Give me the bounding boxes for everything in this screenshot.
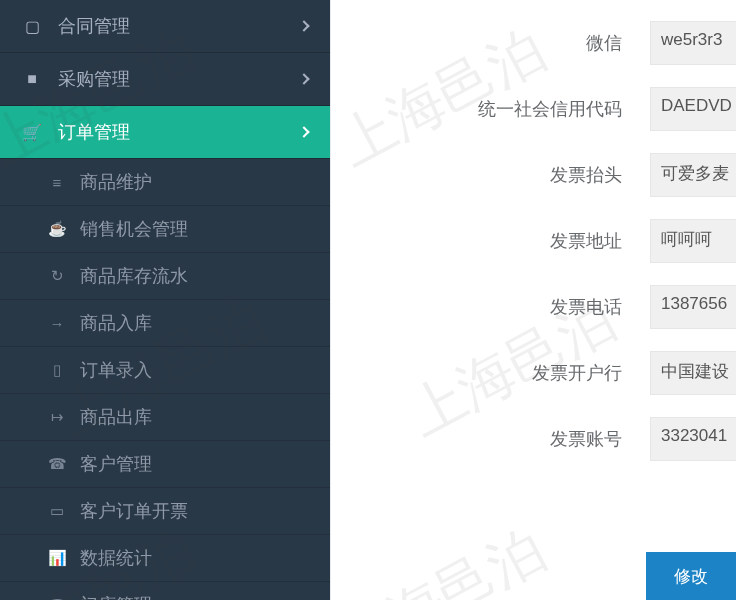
chart-icon: 📊 [46, 549, 68, 567]
form-footer: 修改 [646, 552, 736, 600]
sidebar-sub-sales-opportunity[interactable]: ☕ 销售机会管理 [0, 206, 330, 253]
sidebar-sub-product-out[interactable]: ↦ 商品出库 [0, 394, 330, 441]
sidebar-item-label: 合同管理 [58, 14, 130, 38]
form-area: 微信 we5r3r3 统一社会信用代码 DAEDVD 发票抬头 可爱多麦 发票地… [331, 0, 736, 472]
document-icon: ▢ [22, 17, 42, 36]
sidebar-sub-statistics[interactable]: 📊 数据统计 [0, 535, 330, 582]
phone-icon: ☎ [46, 455, 68, 473]
box-icon: ■ [22, 70, 42, 88]
sidebar-sub-customer-manage[interactable]: ☎ 客户管理 [0, 441, 330, 488]
sidebar-item-label: 数据统计 [80, 546, 152, 570]
input-invoice-title[interactable]: 可爱多麦 [650, 153, 736, 197]
sidebar-item-purchase[interactable]: ■ 采购管理 [0, 53, 330, 106]
sidebar-item-label: 门店管理 [80, 593, 152, 600]
sidebar-sub-product-maintain[interactable]: ≡ 商品维护 [0, 159, 330, 206]
cup-icon: ☕ [46, 220, 68, 238]
label-wechat: 微信 [331, 31, 650, 55]
input-invoice-bank[interactable]: 中国建设 [650, 351, 736, 395]
input-invoice-phone[interactable]: 1387656 [650, 285, 736, 329]
sidebar-sub-customer-invoice[interactable]: ▭ 客户订单开票 [0, 488, 330, 535]
store-icon: ☎ [46, 596, 68, 600]
main-content: 微信 we5r3r3 统一社会信用代码 DAEDVD 发票抬头 可爱多麦 发票地… [330, 0, 736, 600]
sidebar-item-order[interactable]: 🛒 订单管理 [0, 106, 330, 159]
sidebar-item-label: 商品出库 [80, 405, 152, 429]
input-invoice-account[interactable]: 3323041 [650, 417, 736, 461]
arrow-out-icon: ↦ [46, 408, 68, 426]
refresh-icon: ↻ [46, 267, 68, 285]
arrow-in-icon: → [46, 315, 68, 332]
input-invoice-address[interactable]: 呵呵呵 [650, 219, 736, 263]
sidebar-item-label: 销售机会管理 [80, 217, 188, 241]
sidebar-sub-product-in[interactable]: → 商品入库 [0, 300, 330, 347]
sidebar-sub-order-entry[interactable]: ▯ 订单录入 [0, 347, 330, 394]
label-invoice-bank: 发票开户行 [331, 361, 650, 385]
label-credit-code: 统一社会信用代码 [331, 97, 650, 121]
sidebar: ▢ 合同管理 ■ 采购管理 🛒 订单管理 ≡ 商品维护 ☕ 销售机会管理 ↻ 商… [0, 0, 330, 600]
sidebar-item-label: 商品库存流水 [80, 264, 188, 288]
sidebar-sub-inventory-flow[interactable]: ↻ 商品库存流水 [0, 253, 330, 300]
label-invoice-phone: 发票电话 [331, 295, 650, 319]
card-icon: ▭ [46, 502, 68, 520]
input-credit-code[interactable]: DAEDVD [650, 87, 736, 131]
sidebar-sub-store-manage[interactable]: ☎ 门店管理 [0, 582, 330, 600]
sidebar-item-contract[interactable]: ▢ 合同管理 [0, 0, 330, 53]
sidebar-item-label: 商品维护 [80, 170, 152, 194]
label-invoice-address: 发票地址 [331, 229, 650, 253]
chevron-left-icon [298, 73, 309, 84]
database-icon: ≡ [46, 174, 68, 191]
chevron-left-icon [298, 126, 309, 137]
bookmark-icon: ▯ [46, 361, 68, 379]
sidebar-item-label: 采购管理 [58, 67, 130, 91]
sidebar-item-label: 客户管理 [80, 452, 152, 476]
modify-button[interactable]: 修改 [646, 552, 736, 600]
label-invoice-title: 发票抬头 [331, 163, 650, 187]
sidebar-item-label: 客户订单开票 [80, 499, 188, 523]
sidebar-item-label: 订单管理 [58, 120, 130, 144]
input-wechat[interactable]: we5r3r3 [650, 21, 736, 65]
sidebar-item-label: 商品入库 [80, 311, 152, 335]
chevron-left-icon [298, 20, 309, 31]
sidebar-item-label: 订单录入 [80, 358, 152, 382]
label-invoice-account: 发票账号 [331, 427, 650, 451]
cart-icon: 🛒 [22, 123, 42, 142]
